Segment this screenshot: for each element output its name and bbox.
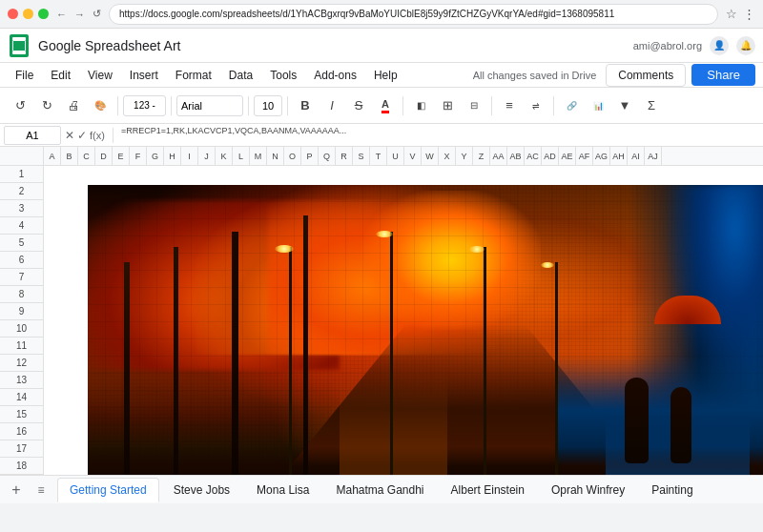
col-header-V: V	[404, 147, 422, 165]
col-header-P: P	[301, 147, 319, 165]
col-header-AI: AI	[628, 147, 645, 165]
row-numbers: 1234567891011121314151617181920212223242…	[0, 166, 44, 475]
row-number-13: 13	[0, 372, 43, 389]
back-icon[interactable]: ←	[56, 9, 67, 20]
row-number-10: 10	[0, 320, 43, 338]
menu-help[interactable]: Help	[366, 67, 405, 84]
col-header-U: U	[387, 147, 404, 165]
row-number-6: 6	[0, 252, 43, 269]
tab-steve-jobs[interactable]: Steve Jobs	[161, 478, 242, 502]
comments-button[interactable]: Comments	[606, 64, 686, 87]
insert-filter-button[interactable]: ▼	[612, 93, 637, 118]
row-number-7: 7	[0, 269, 43, 286]
print-button[interactable]: 🖨	[61, 93, 86, 118]
spreadsheet-painting	[88, 185, 763, 475]
col-header-B: B	[61, 147, 78, 165]
painting-area	[88, 185, 763, 475]
tab-oprah-winfrey[interactable]: Oprah Winfrey	[539, 478, 637, 502]
menu-view[interactable]: View	[80, 67, 120, 84]
row-number-5: 5	[0, 235, 43, 252]
redo-button[interactable]: ↻	[34, 93, 59, 118]
insert-chart-button[interactable]: 📊	[586, 93, 610, 118]
formula-bar: A1 ✕ ✓ f(x) =RRECP1=1,RK,LKACVCP1,VQCA,B…	[0, 124, 763, 147]
function-insert[interactable]: f(x)	[90, 130, 105, 141]
fill-color-button[interactable]: ◧	[408, 93, 433, 118]
app-favicon	[8, 34, 31, 57]
merge-cells-button[interactable]: ⊟	[462, 93, 486, 118]
sheet-menu-button[interactable]: ≡	[29, 478, 53, 502]
menu-insert[interactable]: Insert	[122, 67, 166, 84]
strikethrough-button[interactable]: S	[346, 93, 371, 118]
menu-format[interactable]: Format	[168, 67, 219, 84]
col-header-AF: AF	[576, 147, 593, 165]
tab-painting[interactable]: Painting	[639, 478, 705, 502]
app-title: Google Spreadsheet Art	[38, 38, 633, 53]
text-color-button[interactable]: A	[373, 93, 398, 118]
menu-addons[interactable]: Add-ons	[306, 67, 364, 84]
cell-reference[interactable]: A1	[4, 126, 61, 145]
row-number-2: 2	[0, 183, 43, 200]
col-header-J: J	[198, 147, 216, 165]
menu-tools[interactable]: Tools	[262, 67, 304, 84]
col-header-X: X	[439, 147, 456, 165]
col-header-R: R	[336, 147, 353, 165]
menu-file[interactable]: File	[8, 67, 41, 84]
undo-button[interactable]: ↺	[8, 93, 32, 118]
font-size-selector[interactable]: 10	[254, 95, 282, 116]
function-button[interactable]: Σ	[639, 93, 664, 118]
menu-data[interactable]: Data	[221, 67, 260, 84]
formula-confirm[interactable]: ✓	[77, 129, 87, 142]
user-email: ami@abrol.org	[633, 40, 702, 51]
row-number-14: 14	[0, 389, 43, 406]
forward-icon[interactable]: →	[74, 9, 85, 20]
row-number-15: 15	[0, 406, 43, 423]
col-header-Q: Q	[319, 147, 336, 165]
sheet-tabs: + ≡ Getting Started Steve Jobs Mona Lisa…	[0, 475, 763, 503]
row-number-12: 12	[0, 355, 43, 372]
toolbar: ↺ ↻ 🖨 🎨 123 - Arial 10 B I S A ◧ ⊞ ⊟ ≡ ⇌…	[0, 88, 763, 124]
insert-link-button[interactable]: 🔗	[559, 93, 584, 118]
col-header-AA: AA	[490, 147, 507, 165]
row-number-1: 1	[0, 166, 43, 183]
formula-cancel[interactable]: ✕	[65, 129, 74, 142]
col-header-AE: AE	[559, 147, 576, 165]
col-header-K: K	[216, 147, 233, 165]
col-header-AH: AH	[610, 147, 628, 165]
italic-button[interactable]: I	[320, 93, 344, 118]
align-left-button[interactable]: ≡	[497, 93, 522, 118]
formula-content[interactable]: =RRECP1=1,RK,LKACVCP1,VQCA,BAANMA,VAAAAA…	[121, 126, 759, 145]
col-header-AJ: AJ	[645, 147, 662, 165]
reload-icon[interactable]: ↺	[93, 8, 101, 20]
col-header-H: H	[164, 147, 181, 165]
tab-albert-einstein[interactable]: Albert Einstein	[439, 478, 537, 502]
row-number-18: 18	[0, 458, 43, 475]
col-header-C: C	[78, 147, 95, 165]
add-sheet-button[interactable]: +	[4, 478, 29, 502]
share-button[interactable]: Share	[691, 64, 755, 86]
bold-button[interactable]: B	[293, 93, 318, 118]
auto-save-status: All changes saved in Drive	[473, 70, 597, 81]
row-number-3: 3	[0, 200, 43, 217]
col-header-I: I	[181, 147, 198, 165]
col-header-AB: AB	[507, 147, 525, 165]
settings-icon[interactable]: ⋮	[743, 7, 755, 21]
title-bar: Google Spreadsheet Art ami@abrol.org 👤 🔔	[0, 29, 763, 63]
notifications-icon[interactable]: 🔔	[736, 36, 755, 55]
col-header-Y: Y	[456, 147, 473, 165]
menu-edit[interactable]: Edit	[43, 67, 78, 84]
url-bar[interactable]: https://docs.google.com/spreadsheets/d/1…	[119, 9, 708, 19]
tab-getting-started[interactable]: Getting Started	[57, 478, 159, 502]
col-header-S: S	[353, 147, 370, 165]
tab-mahatma-gandhi[interactable]: Mahatma Gandhi	[323, 478, 436, 502]
borders-button[interactable]: ⊞	[435, 93, 460, 118]
font-name-selector[interactable]: Arial	[176, 95, 243, 116]
paint-format-button[interactable]: 🎨	[88, 93, 113, 118]
col-header-W: W	[422, 147, 439, 165]
row-number-9: 9	[0, 303, 43, 320]
user-avatar[interactable]: 👤	[710, 36, 729, 55]
text-wrap-button[interactable]: ⇌	[524, 93, 548, 118]
tab-mona-lisa[interactable]: Mona Lisa	[244, 478, 321, 502]
col-header-AD: AD	[542, 147, 559, 165]
zoom-selector[interactable]: 123 -	[123, 95, 166, 116]
bookmark-icon[interactable]: ☆	[726, 7, 737, 21]
